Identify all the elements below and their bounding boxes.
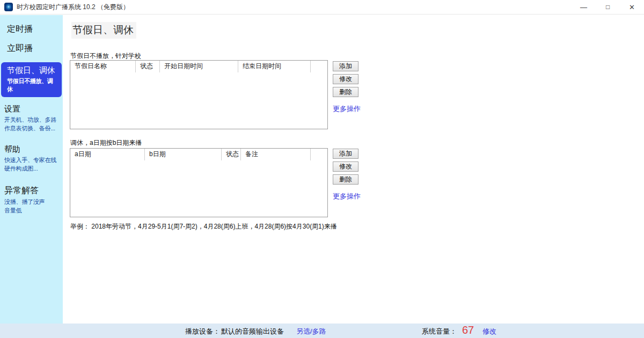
example-text: 举例： 2018年劳动节，4月29-5月1(周7-周2)，4月28(周6)上班，… xyxy=(70,222,337,231)
sidebar-item-troubleshooting[interactable]: 异常解答 没播、播了没声 音量低 xyxy=(3,185,61,215)
page-title: 节假日、调休 xyxy=(71,22,136,39)
add-button[interactable]: 添加 xyxy=(333,61,358,71)
column-header-holiday-name[interactable]: 节假日名称 xyxy=(70,61,136,72)
sidebar-item-instant-broadcast[interactable]: 立即播 xyxy=(7,43,63,54)
playback-device-value: 默认的音频输出设备 xyxy=(221,327,284,336)
delete-button[interactable]: 删除 xyxy=(333,174,358,185)
swap-section-label: 调休，a日期按b日期来播 xyxy=(70,138,142,148)
system-volume-label: 系统音量： xyxy=(422,327,457,336)
sidebar-item-label: 帮助 xyxy=(4,144,61,155)
window-title: 时方校园定时广播系统 10.2 （免费版） xyxy=(17,3,129,12)
sidebar-item-subtitle: 快速入手、专家在线 硬件构成图... xyxy=(4,156,61,173)
holiday-section-label: 节假日不播放，针对学校 xyxy=(70,52,141,61)
column-header-filler xyxy=(311,149,327,160)
sidebar-item-subtitle: 节假日不播放、调休 xyxy=(7,77,58,93)
sidebar-item-subtitle: 没播、播了没声 音量低 xyxy=(4,198,61,215)
title-bar: 时方校园定时广播系统 10.2 （免费版） — □ ✕ xyxy=(0,0,644,14)
column-header-end-datetime[interactable]: 结束日期时间 xyxy=(238,61,311,72)
holiday-button-column: 添加 修改 删除 更多操作 xyxy=(333,61,365,114)
sidebar-item-label: 节假日、调休 xyxy=(7,65,58,76)
more-operations-link[interactable]: 更多操作 xyxy=(333,104,361,114)
playback-device-label: 播放设备： xyxy=(185,327,220,336)
column-header-status[interactable]: 状态 xyxy=(222,149,241,160)
swap-table-header: a日期 b日期 状态 备注 xyxy=(70,149,327,160)
sidebar-item-settings[interactable]: 设置 开关机、功放、多路 作息表切换、备份... xyxy=(3,104,61,133)
holiday-table: 节假日名称 状态 开始日期时间 结束日期时间 xyxy=(70,60,328,129)
status-bar: 播放设备： 默认的音频输出设备 另选/多路 系统音量： 67 修改 xyxy=(0,324,644,338)
holiday-table-body[interactable] xyxy=(70,72,327,129)
column-header-start-datetime[interactable]: 开始日期时间 xyxy=(160,61,238,72)
swap-table-body[interactable] xyxy=(70,160,327,217)
modify-button[interactable]: 修改 xyxy=(333,74,358,84)
app-icon xyxy=(4,3,13,11)
minimize-icon[interactable]: — xyxy=(572,0,596,14)
column-header-status[interactable]: 状态 xyxy=(136,61,160,72)
sidebar-item-subtitle: 开关机、功放、多路 作息表切换、备份... xyxy=(4,116,61,133)
swap-button-column: 添加 修改 删除 更多操作 xyxy=(333,149,365,201)
column-header-remark[interactable]: 备注 xyxy=(241,149,311,160)
delete-button[interactable]: 删除 xyxy=(333,87,358,97)
sidebar-item-label: 异常解答 xyxy=(4,185,61,196)
volume-modify-link[interactable]: 修改 xyxy=(482,327,496,336)
window-controls: — □ ✕ xyxy=(572,0,644,14)
maximize-icon[interactable]: □ xyxy=(596,0,620,14)
column-header-a-date[interactable]: a日期 xyxy=(70,149,145,160)
sidebar: 定时播 立即播 节假日、调休 节假日不播放、调休 设置 开关机、功放、多路 作息… xyxy=(0,15,63,324)
system-volume-value: 67 xyxy=(462,324,474,336)
sidebar-item-label: 设置 xyxy=(4,104,61,114)
column-header-b-date[interactable]: b日期 xyxy=(145,149,222,160)
sidebar-item-help[interactable]: 帮助 快速入手、专家在线 硬件构成图... xyxy=(3,144,61,173)
add-button[interactable]: 添加 xyxy=(333,149,358,159)
close-icon[interactable]: ✕ xyxy=(620,0,644,14)
sidebar-item-holiday-selected[interactable]: 节假日、调休 节假日不播放、调休 xyxy=(1,62,62,97)
column-header-filler xyxy=(311,61,327,72)
sidebar-item-timed-broadcast[interactable]: 定时播 xyxy=(7,24,63,35)
device-select-link[interactable]: 另选/多路 xyxy=(296,327,326,336)
swap-table: a日期 b日期 状态 备注 xyxy=(70,148,328,217)
more-operations-link[interactable]: 更多操作 xyxy=(333,192,361,201)
modify-button[interactable]: 修改 xyxy=(333,161,358,172)
holiday-table-header: 节假日名称 状态 开始日期时间 结束日期时间 xyxy=(70,61,327,72)
